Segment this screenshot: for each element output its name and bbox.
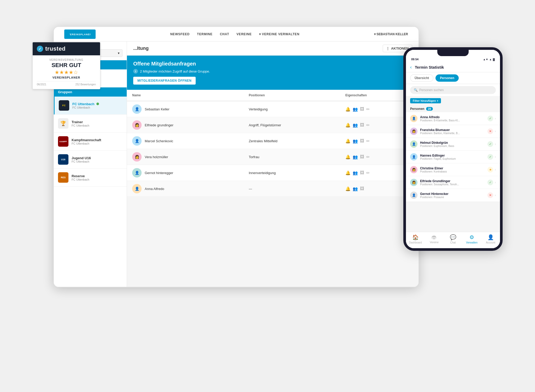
bell-icon[interactable]: 🔔	[345, 155, 351, 159]
image-icon[interactable]: 🖼	[360, 186, 364, 191]
person-icon[interactable]: 👥	[353, 155, 358, 159]
table-row: 👤 Marcel Schenkovic Zentrales Mittelfeld…	[127, 133, 418, 149]
phone-screen: 09:54 ▲▼ ▲ ▓ ‹ Termin Statistik Übersich…	[406, 50, 500, 248]
tablet-nav: VEREINSPLANER NEWSFEED TERMINE CHAT VERE…	[54, 27, 418, 41]
member-name: Anna Alfredo	[145, 187, 164, 191]
sidebar-item-jugend[interactable]: U16 Jugend U16 FC Uttenbach	[54, 151, 127, 169]
action-icons: 🔔 👥 🖼 ✏	[345, 107, 413, 112]
filter-add-button[interactable]: Filter hinzufügen +	[410, 98, 441, 103]
person-avatar: 👤	[410, 192, 417, 199]
edit-icon[interactable]: ✏	[366, 170, 370, 175]
member-cell: 👤 Anna Alfredo	[127, 181, 243, 197]
edit-icon[interactable]: ✏	[366, 155, 370, 159]
kampf-icon: KAMPF	[58, 136, 68, 147]
person-actions: ✕ ›	[487, 192, 496, 198]
nav-user[interactable]: ▾ SEBASTIAN KELLER	[374, 32, 408, 36]
status-red-icon: ✕	[487, 192, 493, 198]
person-item-anna[interactable]: 👤 Anna Alfredo Positionen: B-Klarinette,…	[406, 112, 500, 125]
phone-bottom-nav: 🏠 Dashboard 🏟 Vereine 💬 Chat ⚙ Verwalten…	[406, 232, 500, 248]
nav-label-account: Account	[486, 241, 495, 244]
back-button[interactable]: ‹	[410, 64, 412, 70]
tab-ubersicht[interactable]: Übersicht	[410, 74, 433, 82]
action-icons: 🔔 👥 🖼	[345, 186, 413, 191]
nav-item-chat[interactable]: 💬 Chat	[444, 234, 462, 244]
edit-icon[interactable]: ✏	[366, 123, 370, 128]
person-avatar: 👩	[410, 179, 417, 186]
status-yellow-icon: ★	[487, 167, 493, 173]
nav-item-vereine[interactable]: VEREINE	[236, 32, 252, 36]
nav-item-dashboard[interactable]: 🏠 Dashboard	[406, 234, 425, 244]
member-avatar: 👩	[132, 152, 142, 162]
nav-item-vereine-verwalten[interactable]: ▾ VEREINE VERWALTEN	[259, 32, 300, 36]
person-item-gernot[interactable]: 👤 Gernot Hinterecker Positionen: Posaune…	[406, 189, 500, 202]
person-icon[interactable]: 👥	[353, 139, 358, 144]
sidebar-kampf-name: Kampfmannschaft	[72, 138, 101, 142]
bell-icon[interactable]: 🔔	[345, 170, 351, 175]
sidebar-item-reserve[interactable]: RES Reserve FC Uttenbach	[54, 169, 127, 187]
mitgliederanfragen-button[interactable]: MITGLIEDERANFRAGEN ÖFFNEN	[133, 77, 196, 85]
bell-icon[interactable]: 🔔	[345, 123, 351, 128]
nav-item-account[interactable]: 👤 Account	[481, 234, 500, 244]
person-item-franziska[interactable]: 👩 Franziska Blumauer Positionen: Bariton…	[406, 125, 500, 138]
image-icon[interactable]: 🖼	[360, 123, 364, 127]
bell-icon[interactable]: 🔔	[345, 107, 351, 112]
status-green-icon: ✓	[487, 154, 493, 160]
member-name-cell: 👩 Elfriede grundinger	[132, 120, 238, 130]
sidebar-fc-name: FC Uttenbach	[72, 102, 99, 106]
image-icon[interactable]: 🖼	[360, 139, 364, 143]
search-icon: 🔍	[414, 88, 418, 92]
person-actions: ✕ ›	[487, 128, 496, 134]
nav-item-chat[interactable]: CHAT	[220, 32, 229, 36]
nav-right: ▾ SEBASTIAN KELLER	[374, 32, 408, 36]
image-icon[interactable]: 🖼	[360, 107, 364, 111]
member-name-cell: 👩 Vera holzmüller	[132, 152, 238, 162]
bell-icon[interactable]: 🔔	[345, 186, 351, 191]
col-name: Name	[127, 90, 243, 101]
image-icon[interactable]: 🖼	[360, 170, 364, 175]
image-icon[interactable]: 🖼	[360, 155, 364, 159]
bell-icon[interactable]: 🔔	[345, 139, 351, 144]
person-icon[interactable]: 👥	[353, 107, 358, 112]
person-icon[interactable]: 👥	[353, 123, 358, 128]
nav-item-vereine[interactable]: 🏟 Vereine	[425, 234, 444, 244]
nav-item-newsfeed[interactable]: NEWSFEED	[170, 32, 190, 36]
tablet-nav-items: NEWSFEED TERMINE CHAT VEREINE ▾ VEREINE …	[104, 32, 366, 36]
nav-item-termine[interactable]: TERMINE	[197, 32, 213, 36]
person-item-helmut[interactable]: 👤 Helmut Dinkelgrün Positionen: Euphoniu…	[406, 138, 500, 151]
person-item-christine[interactable]: 👩 Christine Elmer Positionen: Kontrabass…	[406, 163, 500, 176]
person-icon[interactable]: 👥	[353, 186, 358, 191]
trusted-footer: 06/2021 252 Bewertungen	[37, 81, 96, 86]
person-icon[interactable]: 👥	[353, 170, 358, 175]
nav-item-verwalten[interactable]: ⚙ Verwalten	[462, 234, 481, 244]
person-item-elfriede[interactable]: 👩 Elfriede Grundlinger Positionen: Sousa…	[406, 176, 500, 189]
notification-title: Offene Mitgliedsanfragen	[133, 61, 412, 67]
nav-label-verwalten: Verwalten	[466, 241, 478, 244]
position-cell: Angriff, Flügelstürmer	[243, 117, 340, 133]
member-avatar: 👤	[132, 104, 142, 114]
person-role: Positionen: Posaune	[420, 196, 485, 199]
person-actions: ✓ ›	[487, 154, 496, 160]
sidebar-jugend-text: Jugend U16 FC Uttenbach	[72, 156, 91, 163]
jugend-icon: U16	[58, 154, 68, 165]
person-actions: ✓ ›	[487, 141, 496, 147]
sidebar-item-trainer[interactable]: 🏆 Trainer FC Uttenbach	[54, 115, 127, 133]
nav-label-chat: Chat	[450, 241, 456, 244]
phone-search-input[interactable]: 🔍 Personen suchen	[410, 86, 496, 94]
phone-person-list: 👤 Anna Alfredo Positionen: B-Klarinette,…	[406, 112, 500, 202]
position-cell: Verteidigung	[243, 101, 340, 117]
scene: ✓ trusted VEREINSVERWALTUNG SEHR GUT ★★★…	[32, 26, 503, 366]
member-name-cell: 👤 Anna Alfredo	[132, 184, 238, 193]
nav-logo: VEREINSPLANER	[64, 29, 96, 39]
tab-personen[interactable]: Personen	[435, 74, 459, 82]
person-item-hannes[interactable]: 👤 Hannes Edlinger Positionen: Fagott, Eu…	[406, 151, 500, 163]
edit-icon[interactable]: ✏	[366, 139, 370, 144]
sidebar-item-fc-uttenbach[interactable]: FC FC Uttenbach FC Uttenbach	[54, 97, 127, 115]
page-header: ...ltung ⋮ AKTIONEN	[127, 41, 418, 56]
edit-icon[interactable]: ✏	[366, 107, 370, 112]
member-name: Gernot hinteregger	[145, 171, 173, 175]
sidebar-item-kampfmannschaft[interactable]: KAMPF Kampfmannschaft FC Uttenbach	[54, 133, 127, 151]
person-role: Positionen: Sousaphone, Tenoh...	[420, 183, 485, 186]
member-name-cell: 👤 Gernot hinteregger	[132, 168, 238, 177]
sidebar-kampf-sub: FC Uttenbach	[72, 142, 101, 145]
member-cell: 👤 Sebastian Keller	[127, 101, 243, 117]
